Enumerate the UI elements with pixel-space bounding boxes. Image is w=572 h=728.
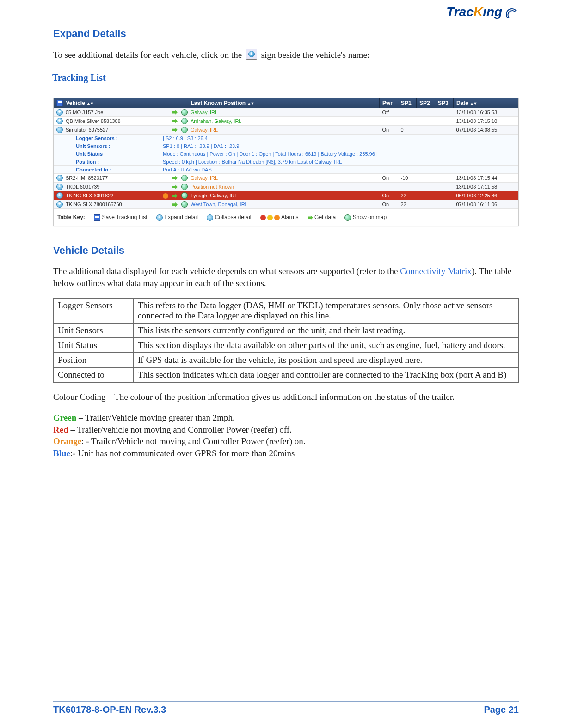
definition-table: Logger SensorsThis refers to the Data lo… [53,298,519,383]
detail-value: Mode : Continuous | Power : On | Door 1 … [160,150,518,158]
save-header-cell[interactable] [54,98,63,108]
definition-key: Unit Status [54,338,134,353]
detail-row: Position :Speed : 0 kph | Location : Bot… [54,158,518,165]
getdata-icon[interactable] [172,175,178,181]
date-cell: 13/11/08 17:15:44 [454,173,518,182]
sp1-cell [398,116,417,125]
sp2-header[interactable]: SP2 [417,98,435,108]
table-row[interactable]: Simulator 6075527Galway, IRLOn007/11/08 … [54,125,518,134]
expand-icon [246,49,257,60]
getdata-icon[interactable] [172,127,178,133]
connectivity-matrix-link[interactable]: Connectivity Matrix [400,266,472,276]
vehicle-cell: SR2-HMI 8523177 [63,173,160,182]
pwr-cell [380,116,398,125]
detail-label: Connected to : [63,165,160,173]
detail-row: Unit Sensors :SP1 : 0 | RA1 : -23.9 | DA… [54,142,518,150]
detail-label: Unit Sensors : [63,142,160,150]
globe-icon[interactable] [181,175,188,181]
colour-text: Trailer/Vehicle moving greater than 2mph… [85,413,235,422]
getdata-icon [308,215,313,220]
detail-value: | S2 : 6.9 | S3 : 26.4 [160,134,518,142]
globe-icon[interactable] [181,127,188,133]
alarm-icon[interactable] [163,193,168,199]
sp2-cell [417,191,435,200]
sp2-cell [417,125,435,134]
globe-icon[interactable] [181,118,188,124]
pwr-cell [380,182,398,191]
position-cell: Ardrahan, Galway, IRL [188,116,379,125]
definition-value: If GPS data is available for the vehicle… [134,353,518,367]
vehicle-details-intro: The additional data displayed for each v… [53,265,519,289]
collapse-icon[interactable] [56,127,63,133]
expand-icon[interactable] [56,118,63,124]
date-cell: 06/11/08 12:25:36 [454,191,518,200]
definition-row: Connected toThis section indicates which… [54,367,518,382]
logo-part3: ıng [483,5,502,19]
expand-icon[interactable] [56,175,63,181]
position-header[interactable]: Last Known Position▲ ▼ [188,98,379,108]
expand-icon[interactable] [56,192,63,199]
definition-row: Unit SensorsThis lists the sensors curre… [54,323,518,338]
pwr-cell: On [380,200,398,209]
globe-icon[interactable] [181,192,188,199]
getdata-icon[interactable] [172,184,178,190]
vehicle-header[interactable]: Vehicle▲ ▼ [63,98,188,108]
definition-row: PositionIf GPS data is available for the… [54,353,518,367]
pwr-cell: On [380,173,398,182]
expand-icon[interactable] [56,184,63,190]
globe-icon[interactable] [181,184,188,190]
key-expand: Expand detail [156,214,198,220]
getdata-icon[interactable] [172,193,178,199]
pwr-header[interactable]: Pwr [380,98,398,108]
sp1-header[interactable]: SP1 [398,98,417,108]
vehicle-cell: Simulator 6075527 [63,125,160,134]
table-row[interactable]: 05 MO 3157 JoeGalway, IRLOff13/11/08 16:… [54,108,518,116]
table-row[interactable]: TKING SLX 7800165760West Town, Donegal, … [54,200,518,209]
getdata-icon[interactable] [172,110,178,115]
sort-icon: ▲ ▼ [86,101,93,106]
sp1-cell: -10 [398,173,417,182]
sp3-cell [435,116,454,125]
detail-value: SP1 : 0 | RA1 : -23.9 | DA1 : -23.9 [160,142,518,150]
pwr-cell: Off [380,108,398,116]
table-row[interactable]: TKDL 6091739Position not Known13/11/08 1… [54,182,518,191]
intro-post: sign beside the vehicle's name: [261,50,370,60]
sp1-cell [398,182,417,191]
sort-icon: ▲ ▼ [247,101,253,106]
pwr-cell: On [380,191,398,200]
date-cell: 07/11/08 14:08:55 [454,125,518,134]
sp3-header[interactable]: SP3 [435,98,454,108]
getdata-icon[interactable] [172,118,178,124]
sort-icon: ▲ ▼ [470,101,476,106]
sp2-cell [417,116,435,125]
expand-icon[interactable] [56,109,63,116]
expand-icon[interactable] [56,201,63,208]
definition-key: Unit Sensors [54,323,134,338]
colour-label: Orange [53,436,81,446]
sp2-cell [417,108,435,116]
sp3-cell [435,200,454,209]
table-row[interactable]: SR2-HMI 8523177Galway, IRLOn-1013/11/08 … [54,173,518,182]
date-cell: 13/11/08 16:35:53 [454,108,518,116]
date-header[interactable]: Date▲ ▼ [454,98,518,108]
key-getdata: Get data [308,214,336,220]
date-cell: 13/11/08 17:15:10 [454,116,518,125]
sp1-cell: 22 [398,200,417,209]
footer-right: Page 21 [484,704,519,715]
definition-row: Logger SensorsThis refers to the Data lo… [54,298,518,323]
globe-icon[interactable] [181,109,188,116]
alarm-icon [260,215,266,220]
sp3-cell [435,173,454,182]
colour-text: Unit has not communicated over GPRS for … [78,448,295,458]
globe-icon[interactable] [181,201,188,208]
sp2-cell [417,200,435,209]
table-row[interactable]: QB Mike Silver 8581388Ardrahan, Galway, … [54,116,518,125]
tracking-grid: Vehicle▲ ▼ Last Known Position▲ ▼ Pwr SP… [54,98,518,209]
getdata-icon[interactable] [172,202,178,208]
colour-coding-intro: Colour Coding – The colour of the positi… [53,391,519,403]
expand-icon [156,214,163,221]
detail-label: Logger Sensors : [63,134,160,142]
date-cell: 13/11/08 17:11:58 [454,182,518,191]
sp3-cell [435,108,454,116]
table-row[interactable]: TKING SLX 6091822Tynagh, Galway, IRLOn22… [54,191,518,200]
